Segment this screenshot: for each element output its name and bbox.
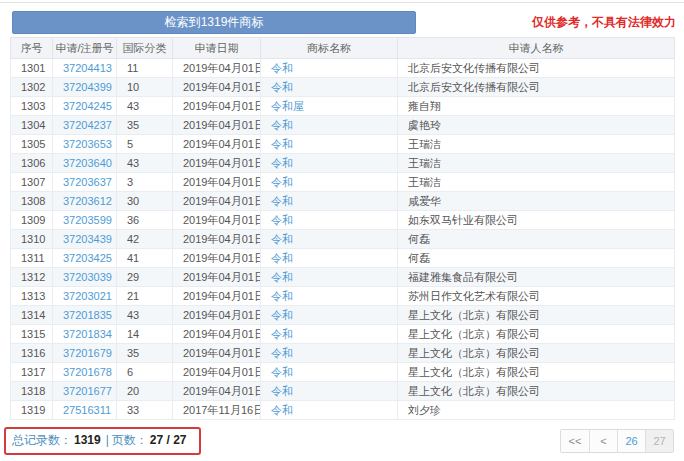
cell-app-no[interactable]: 37203021: [53, 287, 117, 306]
cell-intl-class: 42: [117, 230, 173, 249]
cell-seq: 1308: [11, 192, 53, 211]
table-row: 131837201677202019年04月01日令和星上文化（北京）有限公司: [11, 382, 675, 401]
cell-app-date: 2019年04月01日: [173, 154, 261, 173]
cell-applicant: 北京后安文化传播有限公司: [398, 78, 675, 97]
cell-seq: 1319: [11, 401, 53, 420]
cell-seq: 1305: [11, 135, 53, 154]
cell-tm-name[interactable]: 令和: [261, 154, 398, 173]
cell-app-date: 2019年04月01日: [173, 192, 261, 211]
cell-app-date: 2019年04月01日: [173, 78, 261, 97]
cell-app-date: 2019年04月01日: [173, 287, 261, 306]
cell-app-date: 2019年04月01日: [173, 173, 261, 192]
cell-app-no[interactable]: 37203439: [53, 230, 117, 249]
search-result-button[interactable]: 检索到1319件商标: [12, 11, 416, 34]
column-header-seq: 序号: [11, 38, 53, 59]
table-row: 130437204237352019年04月01日令和虞艳玲: [11, 116, 675, 135]
table-row: 13073720363732019年04月01日令和王瑞洁: [11, 173, 675, 192]
cell-applicant: 福建雅集食品有限公司: [398, 268, 675, 287]
cell-applicant: 虞艳玲: [398, 116, 675, 135]
cell-tm-name[interactable]: 令和: [261, 78, 398, 97]
cell-app-no[interactable]: 37204413: [53, 59, 117, 78]
cell-seq: 1311: [11, 249, 53, 268]
record-summary-box: 总记录数：1319|页数：27 / 27: [4, 427, 201, 455]
cell-intl-class: 36: [117, 211, 173, 230]
cell-tm-name[interactable]: 令和: [261, 192, 398, 211]
cell-applicant: 雍自翔: [398, 97, 675, 116]
cell-applicant: 王瑞洁: [398, 135, 675, 154]
table-row: 130937203599362019年04月01日令和如东双马针业有限公司: [11, 211, 675, 230]
cell-applicant: 苏州日作文化艺术有限公司: [398, 287, 675, 306]
cell-tm-name[interactable]: 令和屋: [261, 97, 398, 116]
cell-app-date: 2019年04月01日: [173, 249, 261, 268]
cell-intl-class: 5: [117, 135, 173, 154]
cell-tm-name[interactable]: 令和: [261, 249, 398, 268]
cell-tm-name[interactable]: 令和: [261, 173, 398, 192]
cell-applicant: 咸爱华: [398, 192, 675, 211]
cell-tm-name[interactable]: 令和: [261, 211, 398, 230]
cell-app-no[interactable]: 37203612: [53, 192, 117, 211]
cell-intl-class: 30: [117, 192, 173, 211]
cell-tm-name[interactable]: 令和: [261, 116, 398, 135]
cell-app-date: 2019年04月01日: [173, 344, 261, 363]
cell-app-date: 2019年04月01日: [173, 325, 261, 344]
cell-app-no[interactable]: 37204245: [53, 97, 117, 116]
cell-app-no[interactable]: 37201678: [53, 363, 117, 382]
cell-seq: 1309: [11, 211, 53, 230]
table-row: 131237203039292019年04月01日令和福建雅集食品有限公司: [11, 268, 675, 287]
cell-applicant: 何磊: [398, 249, 675, 268]
cell-app-no[interactable]: 37203637: [53, 173, 117, 192]
cell-app-date: 2019年04月01日: [173, 116, 261, 135]
cell-seq: 1314: [11, 306, 53, 325]
cell-intl-class: 6: [117, 363, 173, 382]
cell-tm-name[interactable]: 令和: [261, 363, 398, 382]
cell-app-no[interactable]: 37203039: [53, 268, 117, 287]
cell-tm-name[interactable]: 令和: [261, 287, 398, 306]
cell-app-no[interactable]: 37201679: [53, 344, 117, 363]
cell-tm-name[interactable]: 令和: [261, 230, 398, 249]
cell-tm-name[interactable]: 令和: [261, 382, 398, 401]
total-records-value: 1319: [74, 433, 101, 447]
page-count-label: 页数：: [112, 433, 148, 447]
pagination-page-27-button[interactable]: 27: [645, 430, 673, 452]
cell-app-no[interactable]: 27516311: [53, 401, 117, 420]
cell-tm-name[interactable]: 令和: [261, 135, 398, 154]
cell-app-no[interactable]: 37203653: [53, 135, 117, 154]
cell-app-date: 2019年04月01日: [173, 306, 261, 325]
cell-app-no[interactable]: 37201835: [53, 306, 117, 325]
cell-applicant: 星上文化（北京）有限公司: [398, 382, 675, 401]
cell-seq: 1302: [11, 78, 53, 97]
cell-app-no[interactable]: 37204399: [53, 78, 117, 97]
cell-app-date: 2019年04月01日: [173, 211, 261, 230]
cell-app-no[interactable]: 37201677: [53, 382, 117, 401]
cell-tm-name[interactable]: 令和: [261, 401, 398, 420]
cell-seq: 1317: [11, 363, 53, 382]
cell-seq: 1312: [11, 268, 53, 287]
cell-tm-name[interactable]: 令和: [261, 325, 398, 344]
cell-app-no[interactable]: 37203599: [53, 211, 117, 230]
cell-applicant: 刘夕珍: [398, 401, 675, 420]
pagination-first-button[interactable]: <<: [561, 430, 589, 452]
cell-app-date: 2019年04月01日: [173, 363, 261, 382]
cell-tm-name[interactable]: 令和: [261, 306, 398, 325]
cell-app-no[interactable]: 37204237: [53, 116, 117, 135]
cell-tm-name[interactable]: 令和: [261, 344, 398, 363]
cell-app-date: 2019年04月01日: [173, 97, 261, 116]
toolbar: 检索到1319件商标 仅供参考，不具有法律效力: [12, 11, 678, 33]
pagination-page-26-button[interactable]: 26: [617, 430, 645, 452]
pagination-prev-button[interactable]: <: [589, 430, 617, 452]
table-row: 130837203612302019年04月01日令和咸爱华: [11, 192, 675, 211]
column-header-app-no: 申请/注册号: [53, 38, 117, 59]
cell-app-no[interactable]: 37201834: [53, 325, 117, 344]
cell-intl-class: 11: [117, 59, 173, 78]
pagination: << < 26 27: [560, 429, 674, 453]
page-count-value: 27 / 27: [150, 433, 187, 447]
cell-tm-name[interactable]: 令和: [261, 268, 398, 287]
cell-applicant: 星上文化（北京）有限公司: [398, 325, 675, 344]
cell-intl-class: 43: [117, 154, 173, 173]
cell-app-no[interactable]: 37203640: [53, 154, 117, 173]
table-row: 13173720167862019年04月01日令和星上文化（北京）有限公司: [11, 363, 675, 382]
cell-intl-class: 20: [117, 382, 173, 401]
cell-tm-name[interactable]: 令和: [261, 59, 398, 78]
table-row: 130637203640432019年04月01日令和王瑞洁: [11, 154, 675, 173]
cell-app-no[interactable]: 37203425: [53, 249, 117, 268]
